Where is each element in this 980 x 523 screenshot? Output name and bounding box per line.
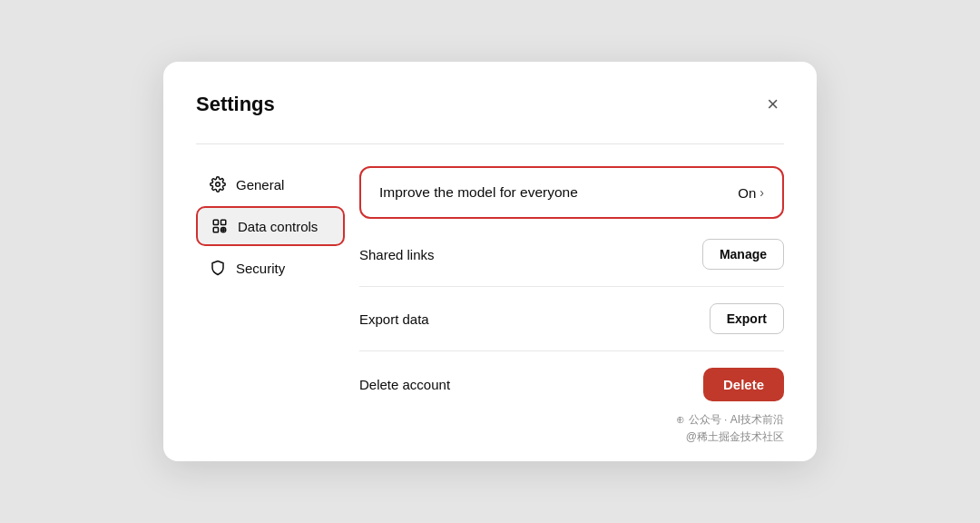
watermark-line1: ⊕ 公众号 · AI技术前沿: [676, 412, 784, 428]
modal-header: Settings ×: [196, 91, 784, 118]
svg-rect-3: [213, 228, 218, 232]
chevron-right-icon: ›: [760, 185, 764, 200]
improve-model-status-text: On: [738, 185, 756, 201]
sidebar-item-general-label: General: [236, 177, 284, 192]
settings-rows: Shared links Manage Export data Export D…: [359, 222, 784, 418]
improve-model-label: Improve the model for everyone: [379, 184, 578, 201]
header-divider: [196, 143, 784, 144]
delete-account-row: Delete account Delete: [359, 351, 784, 418]
shared-links-label: Shared links: [359, 247, 435, 262]
delete-account-label: Delete account: [359, 377, 450, 392]
modal-title: Settings: [196, 93, 275, 116]
svg-rect-1: [213, 220, 218, 224]
data-controls-icon: [211, 217, 229, 235]
export-data-row: Export data Export: [359, 287, 784, 351]
delete-button[interactable]: Delete: [703, 368, 784, 401]
watermark: ⊕ 公众号 · AI技术前沿 @稀土掘金技术社区: [676, 412, 784, 445]
manage-button[interactable]: Manage: [702, 239, 784, 270]
watermark-line2: @稀土掘金技术社区: [686, 429, 784, 445]
improve-model-row[interactable]: Improve the model for everyone On ›: [359, 166, 784, 219]
sidebar-item-security[interactable]: Security: [196, 250, 345, 286]
svg-point-0: [216, 183, 220, 187]
gear-icon: [209, 175, 227, 193]
svg-rect-2: [221, 220, 226, 224]
page-background: Settings × General: [0, 0, 980, 523]
modal-body: General Data controls: [196, 166, 784, 418]
export-data-label: Export data: [359, 311, 429, 327]
settings-modal: Settings × General: [163, 62, 817, 461]
sidebar: General Data controls: [196, 166, 359, 418]
close-button[interactable]: ×: [761, 91, 784, 118]
shield-icon: [209, 259, 227, 277]
shared-links-row: Shared links Manage: [359, 222, 784, 287]
export-button[interactable]: Export: [710, 303, 784, 334]
sidebar-item-security-label: Security: [236, 261, 285, 276]
sidebar-item-data-controls[interactable]: Data controls: [196, 206, 345, 246]
sidebar-item-data-controls-label: Data controls: [238, 219, 318, 234]
content-area: Improve the model for everyone On › Shar…: [359, 166, 784, 418]
improve-model-status: On ›: [738, 185, 764, 201]
sidebar-item-general[interactable]: General: [196, 166, 345, 202]
